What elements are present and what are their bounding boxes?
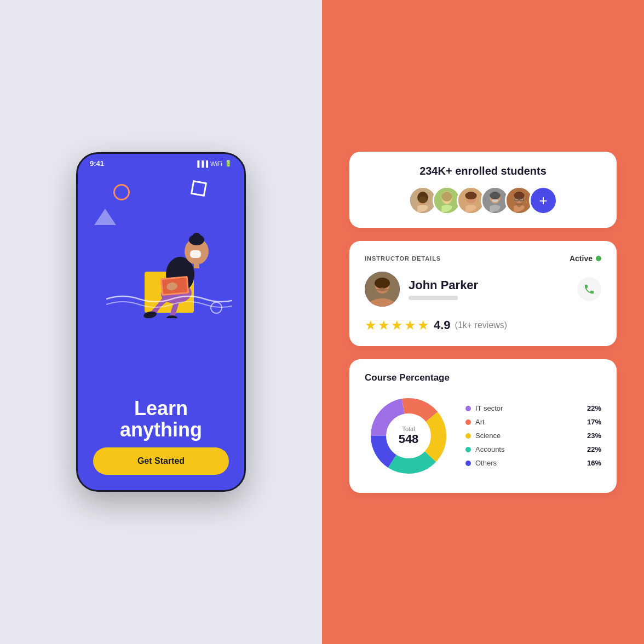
legend-item-0: IT sector 22% xyxy=(465,404,601,412)
legend-pct-4: 16% xyxy=(587,459,601,467)
legend-pct-1: 17% xyxy=(587,418,601,426)
donut-total-label: Total xyxy=(399,426,419,432)
instructor-section-label: INSTRUCTOR DETAILS xyxy=(365,255,441,262)
signal-icon: ▐▐▐ xyxy=(196,160,208,167)
legend-dot-2 xyxy=(465,433,471,439)
star-2: ★ xyxy=(378,318,390,333)
get-started-button[interactable]: Get Started xyxy=(93,447,229,475)
phone-time: 9:41 xyxy=(90,159,104,168)
donut-total-value: 548 xyxy=(399,432,419,446)
svg-point-16 xyxy=(417,192,428,203)
svg-rect-11 xyxy=(190,250,201,258)
legend-label-3: Accounts xyxy=(475,445,583,453)
chart-content: Total 548 IT sector 22% Art 17% Science … xyxy=(365,392,601,480)
legend-label-4: Others xyxy=(475,459,583,467)
legend-label-0: IT sector xyxy=(475,404,583,412)
instructor-name-block: John Parker xyxy=(409,278,568,300)
chart-card: Course Percentage xyxy=(349,359,617,493)
legend-dot-3 xyxy=(465,447,471,452)
svg-point-25 xyxy=(490,192,500,199)
rating-reviews: (1k+ reviews) xyxy=(455,320,508,330)
rating-row: ★ ★ ★ ★ ★ 4.9 (1k+ reviews) xyxy=(365,318,601,333)
legend-item-1: Art 17% xyxy=(465,418,601,426)
chart-legend: IT sector 22% Art 17% Science 23% Accoun… xyxy=(465,404,601,467)
left-panel: 9:41 ▐▐▐ WiFi 🔋 xyxy=(0,0,322,644)
right-panel: 234K+ enrolled students xyxy=(322,0,644,644)
legend-label-1: Art xyxy=(475,418,583,426)
plus-icon: + xyxy=(539,193,547,208)
legend-dot-4 xyxy=(465,461,471,466)
phone-icon xyxy=(583,283,595,295)
students-card: 234K+ enrolled students xyxy=(349,152,617,228)
call-button[interactable] xyxy=(577,277,601,301)
donut-chart: Total 548 xyxy=(365,392,452,480)
star-3: ★ xyxy=(391,318,403,333)
legend-pct-2: 23% xyxy=(587,432,601,440)
phone-status-icons: ▐▐▐ WiFi 🔋 xyxy=(196,160,232,167)
chart-title: Course Percentage xyxy=(365,372,601,383)
instructor-card-header: INSTRUCTOR DETAILS Active xyxy=(365,254,601,263)
headline-line1: Learn xyxy=(134,397,188,419)
star-4: ★ xyxy=(404,318,416,333)
legend-item-3: Accounts 22% xyxy=(465,445,601,453)
instructor-avatar xyxy=(365,272,400,307)
active-dot-icon xyxy=(596,256,601,261)
svg-point-10 xyxy=(192,233,201,242)
battery-icon: 🔋 xyxy=(225,160,232,167)
svg-point-3 xyxy=(166,315,177,318)
avatars-row: + xyxy=(365,186,601,215)
phone-mockup: 9:41 ▐▐▐ WiFi 🔋 xyxy=(76,152,246,492)
star-5: ★ xyxy=(417,318,429,333)
instructor-info-row: John Parker xyxy=(365,272,601,307)
instructor-card: INSTRUCTOR DETAILS Active John Parker xyxy=(349,241,617,346)
stars-group: ★ ★ ★ ★ ★ xyxy=(365,318,429,333)
avatar-plus-button[interactable]: + xyxy=(529,186,557,215)
legend-dot-1 xyxy=(465,419,471,425)
phone-headline: Learn anything xyxy=(78,398,244,441)
active-badge: Active xyxy=(570,254,601,263)
legend-dot-0 xyxy=(465,406,471,411)
legend-pct-0: 22% xyxy=(587,404,601,412)
wifi-icon: WiFi xyxy=(210,160,222,167)
rating-number: 4.9 xyxy=(434,318,451,332)
phone-status-bar: 9:41 ▐▐▐ WiFi 🔋 xyxy=(78,154,244,168)
svg-rect-12 xyxy=(194,262,199,268)
svg-point-19 xyxy=(441,192,452,202)
instructor-subtitle-bar xyxy=(409,296,458,300)
donut-center: Total 548 xyxy=(399,426,419,446)
headline-line2: anything xyxy=(120,418,202,441)
star-1: ★ xyxy=(365,318,377,333)
legend-item-2: Science 23% xyxy=(465,432,601,440)
active-label: Active xyxy=(570,254,593,263)
phone-illustration xyxy=(78,187,244,318)
svg-point-36 xyxy=(380,288,384,291)
svg-rect-26 xyxy=(492,199,498,202)
svg-point-35 xyxy=(375,278,390,289)
students-card-title: 234K+ enrolled students xyxy=(365,165,601,177)
legend-item-4: Others 16% xyxy=(465,459,601,467)
svg-point-22 xyxy=(465,192,476,199)
legend-label-2: Science xyxy=(475,432,583,440)
legend-pct-3: 22% xyxy=(587,445,601,453)
instructor-name: John Parker xyxy=(409,278,568,292)
